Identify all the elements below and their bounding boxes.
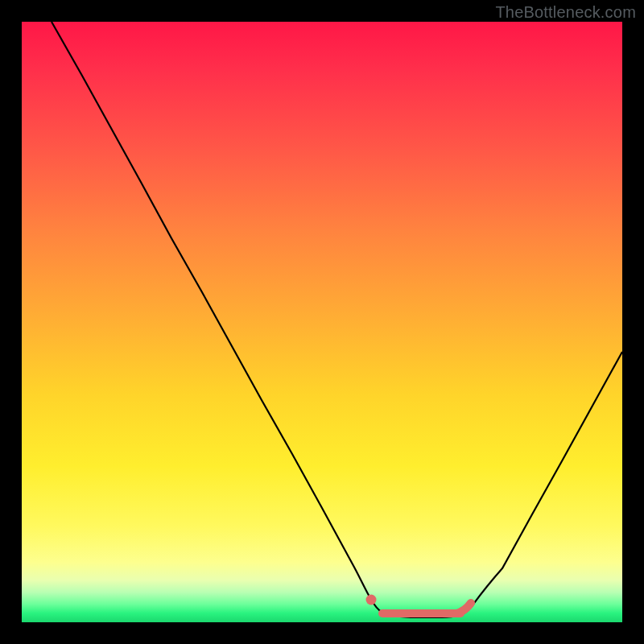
curve-path	[52, 22, 622, 617]
plot-area	[22, 22, 622, 622]
optimal-band-tail	[456, 603, 471, 613]
marker-left	[366, 595, 377, 605]
chart-frame: TheBottleneck.com	[0, 0, 644, 644]
bottleneck-curve	[22, 22, 622, 622]
watermark-text: TheBottleneck.com	[495, 3, 636, 22]
